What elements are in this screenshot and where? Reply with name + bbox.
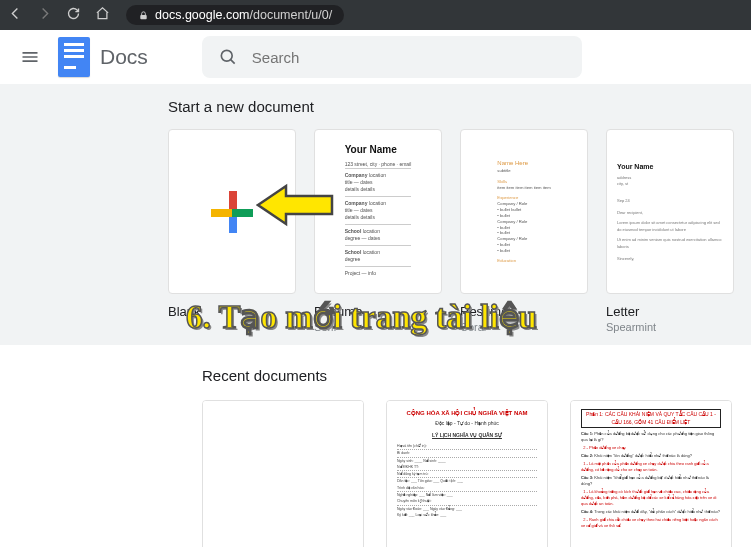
url-path: /document/u/0/ [250, 8, 333, 22]
template-letter-spearmint[interactable]: Your Name addresscity, st Sep 24 Dear re… [606, 129, 734, 333]
app-title: Docs [100, 45, 148, 69]
address-bar[interactable]: docs.google.com/document/u/0/ [126, 5, 344, 25]
template-label: Resume [314, 304, 442, 319]
doc-thumbnail: CỘNG HÒA XÃ HỘI CHỦ NGHĨA VIỆT NAM Độc l… [387, 401, 547, 547]
browser-toolbar: docs.google.com/document/u/0/ [0, 0, 751, 30]
doc-thumbnail [203, 401, 363, 547]
templates-section: Start a new document Blank Your Name 123… [0, 84, 751, 345]
lock-icon [138, 10, 149, 21]
recent-doc[interactable]: Untitled document [202, 400, 364, 547]
search-box[interactable] [202, 36, 582, 78]
plus-icon [211, 191, 253, 233]
svg-line-2 [231, 60, 235, 64]
template-sublabel: Serif [314, 321, 442, 333]
forward-icon[interactable] [37, 6, 52, 25]
svg-rect-0 [140, 15, 146, 19]
home-icon[interactable] [95, 6, 110, 25]
template-sublabel: Coral [460, 321, 588, 333]
svg-point-1 [221, 50, 232, 61]
template-label: Resume [460, 304, 588, 319]
url-domain: docs.google.com [155, 8, 250, 22]
recent-doc[interactable]: CỘNG HÒA XÃ HỘI CHỦ NGHĨA VIỆT NAM Độc l… [386, 400, 548, 547]
recent-heading: Recent documents [202, 367, 751, 384]
recent-doc[interactable]: Phần 1: CÁC CÂU KHÁI NIỆM VÀ QUY TẮC CÂU… [570, 400, 732, 547]
template-resume-coral[interactable]: Name Heresubtitle Skillsitem item item i… [460, 129, 588, 333]
templates-heading: Start a new document [168, 98, 751, 115]
reload-icon[interactable] [66, 6, 81, 25]
hamburger-icon [20, 47, 40, 67]
back-icon[interactable] [8, 6, 23, 25]
template-label: Letter [606, 304, 734, 319]
search-input[interactable] [252, 49, 566, 66]
template-sublabel: Spearmint [606, 321, 734, 333]
template-resume-serif[interactable]: Your Name 123 street, city · phone · ema… [314, 129, 442, 333]
app-header: Docs [0, 30, 751, 84]
search-icon [218, 47, 238, 67]
recent-section: Recent documents Untitled document CỘNG … [0, 345, 751, 547]
doc-thumbnail: Phần 1: CÁC CÂU KHÁI NIỆM VÀ QUY TẮC CÂU… [571, 401, 731, 547]
main-menu-button[interactable] [12, 39, 48, 75]
docs-logo-icon[interactable] [58, 37, 90, 77]
template-blank[interactable]: Blank [168, 129, 296, 333]
template-label: Blank [168, 304, 296, 319]
